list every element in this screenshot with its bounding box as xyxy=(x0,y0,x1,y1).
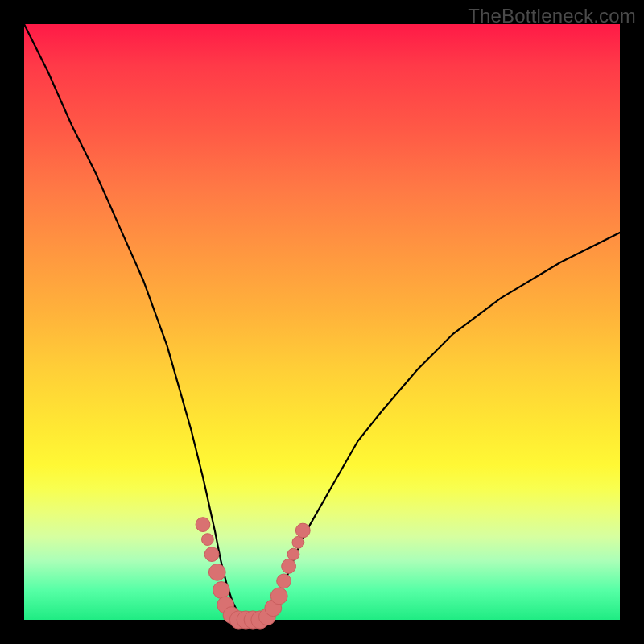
curve-markers xyxy=(196,518,310,629)
data-marker xyxy=(208,564,225,580)
bottleneck-curve xyxy=(24,24,620,620)
data-marker xyxy=(277,574,291,588)
data-marker xyxy=(196,518,210,532)
data-marker xyxy=(295,523,310,538)
data-marker xyxy=(292,536,304,548)
data-marker xyxy=(213,582,230,599)
plot-area xyxy=(24,24,620,620)
data-marker xyxy=(282,559,296,574)
data-marker xyxy=(202,534,214,546)
data-marker xyxy=(270,588,287,605)
chart-svg xyxy=(24,24,620,620)
data-marker xyxy=(204,547,219,562)
chart-frame: TheBottleneck.com xyxy=(0,0,644,644)
data-marker xyxy=(287,548,299,560)
